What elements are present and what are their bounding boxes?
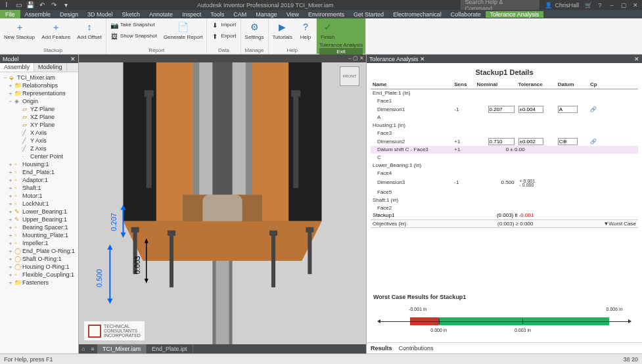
import-button[interactable]: ⬇Import: [210, 20, 237, 30]
results-tab-results[interactable]: Results: [371, 345, 392, 352]
tree-node[interactable]: ＋▫Shaft:1: [1, 184, 77, 192]
menu-inspect[interactable]: Inspect: [177, 11, 206, 18]
table-row[interactable]: Face1: [371, 97, 638, 105]
tree-node[interactable]: ▱XZ Plane: [1, 113, 77, 121]
table-row[interactable]: Face3: [371, 129, 638, 137]
nominal-input[interactable]: [488, 106, 515, 113]
tree-node[interactable]: ＋▫Bearing Spacer:1: [1, 223, 77, 231]
model-tab-modeling[interactable]: Modeling: [34, 63, 67, 72]
tree-node[interactable]: －⬙TCI_Mixer.iam: [1, 74, 77, 81]
link-icon[interactable]: 🔗: [590, 106, 597, 112]
viewport-3d[interactable]: –▢✕ FRONT: [79, 55, 366, 353]
undo-icon[interactable]: ↶: [38, 1, 46, 9]
doc-tab[interactable]: TCI_Mixer.iam: [97, 344, 147, 353]
tree-node[interactable]: ╱X Axis: [1, 129, 77, 137]
tree-node[interactable]: ＋▫Motor:1: [1, 192, 77, 200]
menu-3d-model[interactable]: 3D Model: [83, 11, 118, 18]
tree-node[interactable]: ＋📁Relationships: [1, 81, 77, 89]
settings-button[interactable]: ⚙Settings: [244, 20, 265, 42]
user-menu[interactable]: 👤 ChrisHall: [545, 2, 579, 9]
open-icon[interactable]: ▭: [14, 1, 22, 9]
tree-node[interactable]: ▱YZ Plane: [1, 105, 77, 113]
menu-tools[interactable]: Tools: [206, 11, 229, 18]
table-row[interactable]: Objectives (in)(0.003) ≥ 0.000▼Worst Cas…: [371, 219, 638, 227]
doctab-home-icon[interactable]: ⌂: [79, 346, 88, 352]
tree-node[interactable]: ＋▫Adaptor:1: [1, 176, 77, 184]
menu-design[interactable]: Design: [55, 11, 83, 18]
tree-node[interactable]: ＋▫Impeller:1: [1, 239, 77, 247]
doctab-list-icon[interactable]: ≡: [88, 346, 97, 352]
menu-manage[interactable]: Manage: [251, 11, 282, 18]
table-row[interactable]: End_Plate:1 (in): [371, 89, 638, 97]
model-tree[interactable]: －⬙TCI_Mixer.iam＋📁Relationships＋📁Represen…: [0, 72, 78, 353]
doc-tab[interactable]: End_Plate.ipt: [147, 344, 193, 353]
tutorials-button[interactable]: ▶Tutorials: [271, 20, 294, 42]
menu-annotate[interactable]: Annotate: [145, 11, 177, 18]
table-row[interactable]: Face2: [371, 204, 638, 212]
table-row[interactable]: C: [371, 154, 638, 162]
table-row[interactable]: Stackup1(0.003) lt -0.001: [371, 212, 638, 219]
method-dropdown[interactable]: ▼Worst Case: [588, 219, 638, 227]
menu-collaborate[interactable]: Collaborate: [446, 11, 486, 18]
results-tab-contributions[interactable]: Contributions: [399, 345, 434, 352]
menu-cam[interactable]: CAM: [229, 11, 251, 18]
menu-get-started[interactable]: Get Started: [349, 11, 388, 18]
save-icon[interactable]: 💾: [26, 1, 34, 9]
tree-node[interactable]: ▱XY Plane: [1, 121, 77, 129]
panel-close-icon[interactable]: ✕: [70, 56, 76, 62]
tree-node[interactable]: ·Center Point: [1, 152, 77, 160]
tree-node[interactable]: ＋▫Flexible_Coupling:1: [1, 271, 77, 279]
tree-node[interactable]: ＋▫End_Plate:1: [1, 168, 77, 176]
generate-report-button[interactable]: 📄Generate Report: [162, 20, 204, 42]
qat-more-icon[interactable]: ▾: [62, 1, 70, 9]
menu-electromechanical[interactable]: Electromechanical: [388, 11, 446, 18]
maximize-button[interactable]: ▢: [620, 2, 628, 9]
take-snapshot-button[interactable]: 📷Take Snapshot: [109, 20, 158, 30]
tree-node[interactable]: ＋▫Mounting_Plate:1: [1, 231, 77, 239]
tree-node[interactable]: ＋◯Housing O-Ring:1: [1, 263, 77, 271]
analysis-close-icon[interactable]: ✕: [634, 56, 639, 62]
tree-node[interactable]: ╱Z Axis: [1, 145, 77, 152]
tree-node[interactable]: ＋📁Fasteners: [1, 279, 77, 286]
model-tab-assembly[interactable]: Assembly: [0, 63, 34, 72]
tree-node[interactable]: ＋📁Representations: [1, 89, 77, 97]
table-row[interactable]: Dimension2+1🔗: [371, 137, 638, 146]
export-button[interactable]: ⬆Export: [210, 31, 237, 41]
menu-assemble[interactable]: Assemble: [20, 11, 56, 18]
tree-node[interactable]: ＋▫Housing:1: [1, 160, 77, 168]
table-row[interactable]: Face4: [371, 170, 638, 177]
link-icon[interactable]: 🔗: [590, 139, 597, 145]
datum-input[interactable]: [558, 138, 578, 145]
tolerance-input[interactable]: [518, 106, 543, 113]
tree-node[interactable]: －◈Origin: [1, 97, 77, 105]
tree-node[interactable]: ＋◯Shaft O-Ring:1: [1, 255, 77, 263]
tree-node[interactable]: ＋✎Upper_Bearing:1: [1, 216, 77, 223]
viewport-close-icon[interactable]: ✕: [359, 55, 364, 61]
show-snapshot-button[interactable]: 🖼Show Snapshot: [109, 31, 158, 41]
table-row[interactable]: Lower_Bearing:1 (in): [371, 162, 638, 170]
tree-node[interactable]: ＋◯End_Plate O-Ring:1: [1, 247, 77, 255]
new-stackup-button[interactable]: ＋New Stackup: [3, 20, 36, 42]
finish-button[interactable]: ✓Finish: [319, 20, 336, 42]
table-row[interactable]: A: [371, 114, 638, 122]
redo-icon[interactable]: ↷: [50, 1, 58, 9]
viewport-max-icon[interactable]: ▢: [353, 55, 358, 61]
menu-tolerance-analysis[interactable]: Tolerance Analysis: [486, 11, 544, 18]
add-offset-button[interactable]: ↕Add Offset: [76, 20, 103, 42]
tree-node[interactable]: ＋▫LockNut:1: [1, 200, 77, 208]
table-row[interactable]: Dimension3-10.500+ 0.001- 0.000: [371, 177, 638, 189]
tolerance-input[interactable]: [518, 138, 543, 145]
table-row[interactable]: Face5: [371, 188, 638, 196]
file-menu[interactable]: File: [0, 10, 20, 18]
table-row[interactable]: Dimension1-1🔗: [371, 105, 638, 114]
nominal-input[interactable]: [488, 138, 515, 145]
menu-sketch[interactable]: Sketch: [118, 11, 145, 18]
minimize-button[interactable]: –: [608, 2, 616, 9]
tree-node[interactable]: ＋✎Lower_Bearing:1: [1, 208, 77, 216]
help-icon[interactable]: ?: [596, 2, 604, 9]
menu-environments[interactable]: Environments: [304, 11, 349, 18]
add-feature-button[interactable]: ＋Add Feature: [40, 20, 72, 42]
datum-input[interactable]: [558, 106, 578, 113]
table-row[interactable]: Shaft:1 (in): [371, 196, 638, 204]
menu-view[interactable]: View: [282, 11, 304, 18]
